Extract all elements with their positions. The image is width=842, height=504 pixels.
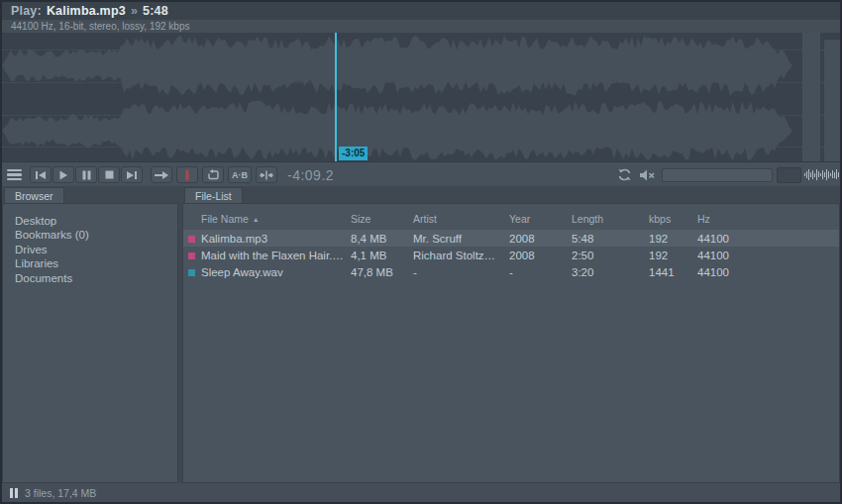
cell-length: 2:50: [572, 250, 649, 261]
browser-list: Desktop Bookmarks (0) Drives Libraries D…: [3, 204, 177, 285]
stop-button[interactable]: [98, 162, 120, 187]
ab-repeat-label: A·B: [228, 166, 252, 183]
column-header-artist[interactable]: Artist: [413, 213, 509, 225]
next-button[interactable]: [121, 162, 143, 187]
waveform-scrollbar-thumb[interactable]: [824, 40, 840, 161]
waveform-view[interactable]: -3:05: [2, 33, 840, 161]
title-filename: Kalimba.mp3: [47, 4, 126, 18]
loop-button[interactable]: [202, 162, 224, 187]
title-separator: »: [131, 4, 138, 18]
stop-icon: [105, 170, 114, 179]
title-duration: 5:48: [143, 4, 168, 18]
mini-waveform-icon: [804, 168, 842, 181]
cell-hz: 44100: [697, 233, 839, 245]
tab-browser[interactable]: Browser: [4, 187, 64, 203]
cell-hz: 44100: [697, 250, 839, 261]
tab-file-list[interactable]: File-List: [184, 187, 243, 203]
table-row[interactable]: Kalimba.mp3 8,4 MB Mr. Scruff 2008 5:48 …: [183, 230, 839, 247]
next-icon: [126, 170, 138, 180]
tab-file-list-label: File-List: [195, 190, 232, 202]
filelist-header: File Name ▲ Size Artist Year Length kbps…: [183, 208, 839, 230]
cell-file-name: Sleep Away.wav: [201, 266, 351, 278]
follow-playhead-button[interactable]: [256, 162, 277, 187]
mute-speaker-icon: [639, 169, 656, 181]
cell-file-name: Kalimba.mp3: [201, 233, 351, 245]
status-text: 3 files, 17,4 MB: [25, 487, 96, 499]
column-header-hz[interactable]: Hz: [697, 213, 839, 225]
replay-gain-button[interactable]: [617, 162, 632, 187]
sort-asc-icon: ▲: [253, 216, 260, 223]
previous-button[interactable]: [30, 162, 52, 187]
table-row[interactable]: Sleep Away.wav 47,8 MB - - 3:20 1441 441…: [183, 263, 839, 280]
volume-slider-track[interactable]: [662, 168, 773, 182]
file-type-icon: [188, 236, 195, 243]
time-display: -4:09.2: [287, 162, 334, 187]
browser-item-bookmarks[interactable]: Bookmarks (0): [3, 228, 177, 242]
loop-icon: [207, 169, 220, 180]
remaining-time: -4:09.2: [287, 167, 334, 183]
table-row[interactable]: Maid with the Flaxen Hair.mp3 4,1 MB Ric…: [183, 247, 839, 263]
waveform-seek-button[interactable]: [804, 162, 842, 187]
cell-year: 2008: [509, 233, 572, 245]
cell-kbps: 1441: [649, 266, 697, 278]
transport-toolbar: A·B -4:09.2: [2, 161, 840, 186]
playhead-line[interactable]: [335, 33, 337, 161]
status-bar: 3 files, 17,4 MB: [2, 483, 840, 502]
cell-kbps: 192: [649, 233, 697, 245]
title-prefix: Play:: [11, 4, 42, 18]
menu-icon: [7, 169, 22, 181]
column-header-file-name[interactable]: File Name ▲: [201, 213, 351, 225]
pause-button[interactable]: [75, 162, 97, 187]
cell-hz: 44100: [697, 266, 839, 278]
arrow-right-icon: [155, 171, 168, 179]
browser-panel-body: Desktop Bookmarks (0) Drives Libraries D…: [2, 203, 178, 483]
play-mode-button[interactable]: [151, 162, 172, 187]
balance-box-track[interactable]: [777, 167, 801, 183]
stream-info-bar: 44100 Hz, 16-bit, stereo, lossy, 192 kbp…: [2, 20, 840, 33]
tab-browser-label: Browser: [15, 190, 53, 202]
cell-artist: Richard Stoltzman/Slov…: [413, 250, 509, 261]
red-marker-icon: [185, 169, 189, 181]
main-menu-button[interactable]: [7, 162, 22, 187]
pause-icon: [82, 170, 91, 180]
cell-length: 5:48: [572, 233, 649, 245]
cell-size: 8,4 MB: [351, 233, 413, 245]
cell-year: 2008: [509, 250, 572, 261]
browser-item-documents[interactable]: Documents: [3, 271, 177, 285]
browser-item-drives[interactable]: Drives: [3, 243, 177, 256]
browser-item-desktop[interactable]: Desktop: [3, 214, 177, 228]
cell-artist: Mr. Scruff: [413, 233, 509, 245]
cell-size: 4,1 MB: [351, 250, 413, 261]
files-icon: [10, 488, 18, 498]
cell-length: 3:20: [572, 266, 649, 278]
cell-year: -: [509, 266, 572, 278]
filelist-panel: File-List File Name ▲ Size Artist Year L…: [182, 186, 840, 483]
waveform-scrollbar-track[interactable]: [802, 33, 820, 161]
column-header-kbps[interactable]: kbps: [649, 213, 697, 225]
cell-kbps: 192: [649, 250, 697, 261]
column-header-year[interactable]: Year: [509, 213, 572, 225]
browser-item-libraries[interactable]: Libraries: [3, 256, 177, 270]
volume-slider[interactable]: [662, 162, 773, 187]
previous-icon: [35, 170, 47, 180]
playhead-time-label: -3:05: [339, 147, 368, 160]
stream-info-text: 44100 Hz, 16-bit, stereo, lossy, 192 kbp…: [11, 21, 189, 32]
filelist-panel-body: File Name ▲ Size Artist Year Length kbps…: [182, 203, 840, 483]
column-header-size[interactable]: Size: [351, 213, 413, 225]
balance-box[interactable]: [777, 162, 801, 187]
play-button[interactable]: [53, 162, 74, 187]
column-header-length[interactable]: Length: [572, 213, 649, 225]
cell-file-name: Maid with the Flaxen Hair.mp3: [201, 250, 351, 261]
waveform-graphic: [2, 33, 800, 161]
cell-size: 47,8 MB: [351, 266, 413, 278]
titlebar: Play: Kalimba.mp3 » 5:48: [2, 2, 840, 20]
mute-button[interactable]: [639, 162, 656, 187]
stop-after-track-button[interactable]: [176, 162, 198, 187]
center-playhead-icon: [260, 170, 273, 180]
refresh-icon: [617, 168, 632, 181]
cell-artist: -: [413, 266, 509, 278]
player-window: Play: Kalimba.mp3 » 5:48 44100 Hz, 16-bi…: [0, 0, 842, 504]
ab-repeat-button[interactable]: A·B: [228, 162, 252, 187]
file-type-icon: [188, 269, 195, 276]
file-type-icon: [188, 252, 195, 259]
